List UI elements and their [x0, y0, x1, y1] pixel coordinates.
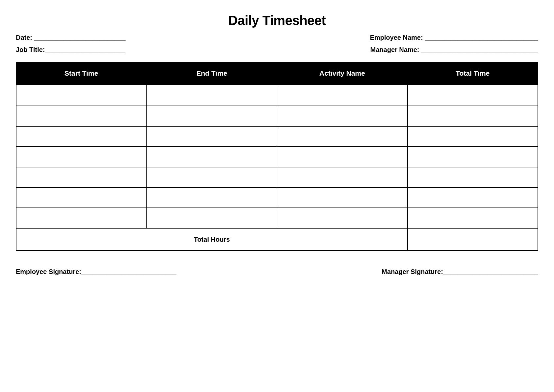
- cell-activity-name[interactable]: [277, 106, 408, 126]
- employee-signature-label: Employee Signature:_____________________…: [16, 268, 176, 276]
- table-row: [16, 126, 538, 147]
- cell-total-time[interactable]: [408, 85, 538, 106]
- manager-name-field-label: Manager Name: __________________________…: [370, 46, 538, 54]
- page-title: Daily Timesheet: [16, 13, 538, 28]
- cell-start-time[interactable]: [16, 167, 147, 187]
- header-total-time: Total Time: [408, 62, 538, 85]
- manager-signature-label: Manager Signature:______________________…: [382, 268, 538, 276]
- cell-end-time[interactable]: [147, 106, 277, 126]
- timesheet-table: Start Time End Time Activity Name Total …: [16, 62, 538, 251]
- cell-end-time[interactable]: [147, 208, 277, 228]
- cell-total-time[interactable]: [408, 147, 538, 167]
- cell-start-time[interactable]: [16, 106, 147, 126]
- cell-start-time[interactable]: [16, 208, 147, 228]
- signatures-row: Employee Signature:_____________________…: [16, 268, 538, 276]
- header-activity-name: Activity Name: [277, 62, 408, 85]
- cell-total-time[interactable]: [408, 187, 538, 208]
- cell-end-time[interactable]: [147, 126, 277, 147]
- cell-end-time[interactable]: [147, 187, 277, 208]
- cell-activity-name[interactable]: [277, 167, 408, 187]
- table-row: [16, 106, 538, 126]
- date-field-label: Date: _________________________: [16, 34, 126, 41]
- cell-end-time[interactable]: [147, 167, 277, 187]
- job-title-field-label: Job Title:______________________: [16, 46, 125, 54]
- cell-activity-name[interactable]: [277, 208, 408, 228]
- cell-start-time[interactable]: [16, 187, 147, 208]
- cell-total-time[interactable]: [408, 126, 538, 147]
- cell-start-time[interactable]: [16, 126, 147, 147]
- cell-activity-name[interactable]: [277, 187, 408, 208]
- cell-total-time[interactable]: [408, 106, 538, 126]
- header-start-time: Start Time: [16, 62, 147, 85]
- table-header-row: Start Time End Time Activity Name Total …: [16, 62, 538, 85]
- total-hours-label: Total Hours: [16, 228, 408, 251]
- header-row-2: Job Title:______________________ Manager…: [16, 46, 538, 54]
- table-row: [16, 187, 538, 208]
- total-row: Total Hours: [16, 228, 538, 251]
- cell-start-time[interactable]: [16, 85, 147, 106]
- cell-end-time[interactable]: [147, 85, 277, 106]
- cell-total-time[interactable]: [408, 167, 538, 187]
- header-end-time: End Time: [147, 62, 277, 85]
- timesheet-table-container: Start Time End Time Activity Name Total …: [16, 62, 538, 251]
- table-row: [16, 147, 538, 167]
- employee-name-field-label: Employee Name: _________________________…: [370, 34, 538, 41]
- table-row: [16, 167, 538, 187]
- header-row-1: Date: _________________________ Employee…: [16, 34, 538, 41]
- cell-start-time[interactable]: [16, 147, 147, 167]
- cell-end-time[interactable]: [147, 147, 277, 167]
- total-hours-value[interactable]: [408, 228, 538, 251]
- table-row: [16, 208, 538, 228]
- cell-activity-name[interactable]: [277, 147, 408, 167]
- cell-total-time[interactable]: [408, 208, 538, 228]
- cell-activity-name[interactable]: [277, 85, 408, 106]
- cell-activity-name[interactable]: [277, 126, 408, 147]
- table-row: [16, 85, 538, 106]
